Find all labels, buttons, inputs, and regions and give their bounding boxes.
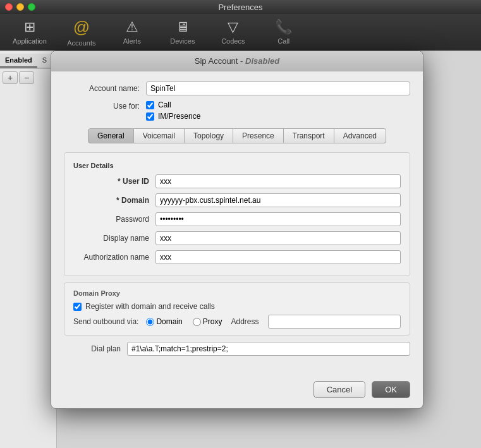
radio-domain-input[interactable] xyxy=(146,318,154,326)
toolbar: ⊞ Application @ Accounts ⚠ Alerts 🖥 Devi… xyxy=(0,14,481,51)
tab-transport[interactable]: Transport xyxy=(284,128,334,143)
maximize-button[interactable] xyxy=(28,3,35,11)
cancel-button[interactable]: Cancel xyxy=(314,381,365,398)
account-name-input[interactable] xyxy=(146,82,410,95)
use-for-call-item[interactable]: Call xyxy=(146,100,200,109)
user-details-section: User Details * User ID * Domain Password… xyxy=(64,152,410,276)
dial-plan-label: Dial plan xyxy=(64,344,127,353)
dialog-status: Disabled xyxy=(245,56,279,66)
tab-presence[interactable]: Presence xyxy=(233,128,284,143)
register-label: Register with domain and receive calls xyxy=(85,302,215,311)
toolbar-item-alerts-label: Alerts xyxy=(123,37,141,45)
toolbar-item-application-label: Application xyxy=(13,37,47,45)
codecs-icon: ▽ xyxy=(228,19,238,35)
remove-account-button[interactable]: − xyxy=(19,71,34,84)
radio-proxy[interactable]: Proxy xyxy=(193,317,222,326)
account-name-label: Account name: xyxy=(64,84,146,93)
toolbar-item-call[interactable]: 📞 Call xyxy=(268,19,300,45)
display-name-row: Display name xyxy=(73,231,401,245)
send-outbound-label: Send outbound via: xyxy=(73,317,138,326)
toolbar-item-alerts[interactable]: ⚠ Alerts xyxy=(116,19,148,45)
display-name-label: Display name xyxy=(73,234,155,243)
use-for-im-checkbox[interactable] xyxy=(146,112,154,121)
window-title: Preferences xyxy=(218,3,262,12)
toolbar-item-codecs-label: Codecs xyxy=(221,37,245,45)
use-for-checkboxes: Call IM/Presence xyxy=(146,100,200,121)
toolbar-item-devices-label: Devices xyxy=(170,37,195,45)
register-checkbox[interactable] xyxy=(73,303,82,311)
toolbar-item-call-label: Call xyxy=(277,37,289,45)
minimize-button[interactable] xyxy=(16,3,24,11)
alerts-icon: ⚠ xyxy=(126,19,138,35)
domain-proxy-title: Domain Proxy xyxy=(73,289,401,297)
call-icon: 📞 xyxy=(275,19,292,35)
sidebar-tabs: Enabled S xyxy=(0,54,56,68)
tab-topology[interactable]: Topology xyxy=(185,128,233,143)
devices-icon: 🖥 xyxy=(176,19,190,35)
add-account-button[interactable]: + xyxy=(3,71,18,84)
dialog-titlebar: Sip Account - Disabled xyxy=(51,51,423,71)
auth-name-input[interactable] xyxy=(155,250,401,264)
domain-proxy-section: Domain Proxy Register with domain and re… xyxy=(64,282,410,336)
auth-name-label: Authorization name xyxy=(73,253,155,262)
dialog-body: Account name: Use for: Call IM/Presence … xyxy=(51,71,423,375)
display-name-input[interactable] xyxy=(155,231,401,245)
tab-voicemail[interactable]: Voicemail xyxy=(134,128,185,143)
domain-row: * Domain xyxy=(73,193,401,207)
use-for-label: Use for: xyxy=(64,100,146,111)
dial-plan-row: Dial plan xyxy=(64,342,410,356)
radio-proxy-label: Proxy xyxy=(203,317,222,326)
dialog-footer: Cancel OK xyxy=(51,375,423,408)
user-id-row: * User ID xyxy=(73,174,401,188)
tab-general[interactable]: General xyxy=(88,128,134,143)
accounts-icon: @ xyxy=(73,18,90,37)
use-for-im-item[interactable]: IM/Presence xyxy=(146,112,200,121)
address-label: Address xyxy=(231,317,259,326)
user-details-header: User Details xyxy=(73,162,401,169)
tab-advanced[interactable]: Advanced xyxy=(334,128,386,143)
account-name-row: Account name: xyxy=(64,82,410,95)
sidebar-footer: + − xyxy=(0,68,56,87)
send-outbound-row: Send outbound via: Domain Proxy Address xyxy=(73,315,401,329)
password-row: Password xyxy=(73,212,401,226)
application-icon: ⊞ xyxy=(24,19,35,35)
use-for-call-checkbox[interactable] xyxy=(146,101,154,109)
auth-name-row: Authorization name xyxy=(73,250,401,264)
address-input[interactable] xyxy=(268,315,401,329)
ok-button[interactable]: OK xyxy=(372,381,410,398)
toolbar-item-accounts-label: Accounts xyxy=(67,39,95,47)
register-row: Register with domain and receive calls xyxy=(73,302,401,311)
titlebar: Preferences xyxy=(0,0,481,14)
content-tabs: General Voicemail Topology Presence Tran… xyxy=(64,128,410,143)
sidebar-tab-s[interactable]: S xyxy=(37,54,52,68)
user-id-label: * User ID xyxy=(73,177,155,186)
radio-proxy-input[interactable] xyxy=(193,318,201,326)
use-for-im-label: IM/Presence xyxy=(158,112,200,121)
password-label: Password xyxy=(73,215,155,224)
dialog-title: Sip Account - Disabled xyxy=(61,56,413,66)
close-button[interactable] xyxy=(5,3,13,11)
toolbar-item-devices[interactable]: 🖥 Devices xyxy=(167,19,198,45)
toolbar-item-accounts[interactable]: @ Accounts xyxy=(66,18,97,47)
user-id-input[interactable] xyxy=(155,174,401,188)
toolbar-item-codecs[interactable]: ▽ Codecs xyxy=(217,19,249,45)
domain-label: * Domain xyxy=(73,196,155,205)
sidebar: Enabled S + − xyxy=(0,51,57,448)
window-controls xyxy=(5,3,35,11)
password-input[interactable] xyxy=(155,212,401,226)
toolbar-item-application[interactable]: ⊞ Application xyxy=(13,19,47,45)
dial-plan-input[interactable] xyxy=(127,342,410,356)
sidebar-tab-enabled[interactable]: Enabled xyxy=(0,54,37,68)
radio-domain-label: Domain xyxy=(156,317,182,326)
domain-input[interactable] xyxy=(155,193,401,207)
sip-account-dialog: Sip Account - Disabled Account name: Use… xyxy=(51,51,423,409)
radio-domain[interactable]: Domain xyxy=(146,317,182,326)
use-for-row: Use for: Call IM/Presence xyxy=(64,100,410,121)
use-for-call-label: Call xyxy=(158,100,171,109)
